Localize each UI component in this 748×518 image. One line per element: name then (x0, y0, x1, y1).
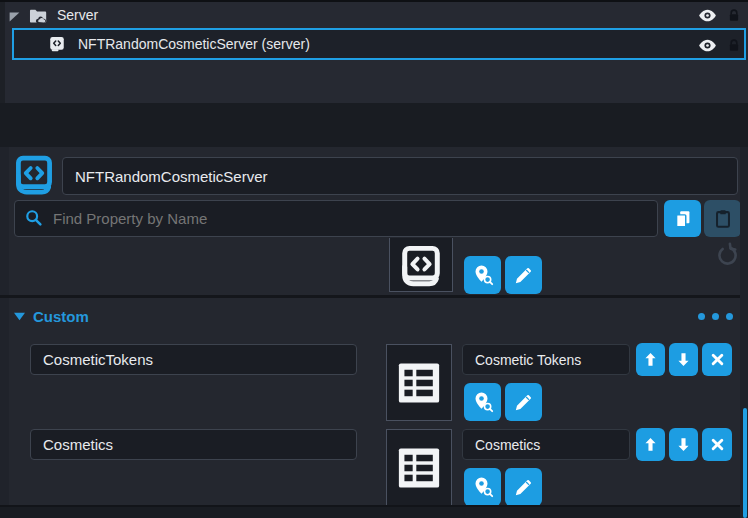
editor-window: Server (0, 0, 748, 518)
arrow-up-icon (641, 435, 660, 454)
hierarchy-row-server[interactable]: Server (0, 4, 748, 28)
lock-icon[interactable] (726, 7, 742, 24)
move-property-down-button[interactable] (669, 343, 698, 376)
delete-property-button[interactable] (702, 343, 732, 376)
custom-property-name-input[interactable] (30, 429, 357, 460)
hierarchy-row-selected-script[interactable]: NFTRandomCosmeticServer (server) (12, 28, 746, 60)
copy-properties-button[interactable] (664, 200, 701, 237)
tab-bar: Properties (0, 103, 748, 147)
script-scroll-icon-blue (12, 153, 56, 197)
find-references-button[interactable] (464, 256, 501, 294)
pencil-icon (512, 264, 535, 287)
property-search-row (9, 198, 740, 238)
clipboard-icon (712, 208, 734, 230)
close-x-icon (708, 350, 727, 369)
pin-search-icon (471, 475, 495, 499)
close-x-icon (708, 435, 727, 454)
find-references-button[interactable] (464, 468, 501, 506)
delete-property-button[interactable] (702, 428, 732, 461)
edit-script-button[interactable] (505, 256, 542, 294)
visibility-eye-icon[interactable] (697, 7, 718, 24)
expand-triangle-icon[interactable] (8, 10, 21, 23)
reset-property-button[interactable] (713, 242, 740, 269)
copy-icon (672, 208, 694, 230)
hierarchy-panel: Server (0, 0, 748, 103)
arrow-down-icon (674, 435, 693, 454)
scrollbar-thumb[interactable] (743, 408, 747, 518)
find-references-button[interactable] (464, 383, 501, 421)
lock-icon[interactable] (726, 37, 742, 54)
reset-arrow-icon (713, 242, 740, 269)
object-name-input[interactable] (62, 157, 738, 195)
custom-section-menu-icon[interactable] (698, 313, 733, 320)
data-table-icon (396, 360, 442, 406)
section-divider (0, 295, 748, 298)
pin-search-icon (471, 390, 495, 414)
visibility-eye-icon[interactable] (697, 37, 718, 54)
custom-property-display-name: Cosmetics (462, 429, 630, 460)
custom-section-collapse-icon[interactable] (13, 311, 26, 322)
table-asset-thumbnail[interactable] (386, 344, 452, 421)
move-property-up-button[interactable] (636, 428, 665, 461)
search-icon (24, 208, 44, 228)
move-property-down-button[interactable] (669, 428, 698, 461)
table-asset-thumbnail[interactable] (386, 429, 452, 506)
hierarchy-row-label: Server (57, 7, 98, 23)
server-folder-icon (28, 7, 48, 25)
edit-asset-button[interactable] (505, 383, 542, 421)
custom-property-name-input[interactable] (30, 344, 357, 375)
pencil-icon (512, 476, 535, 499)
paste-properties-button[interactable] (704, 200, 741, 237)
move-property-up-button[interactable] (636, 343, 665, 376)
custom-property-display-name: Cosmetic Tokens (462, 344, 630, 375)
script-scroll-icon (398, 243, 444, 289)
hierarchy-row-label: NFTRandomCosmeticServer (server) (78, 36, 310, 52)
edit-asset-button[interactable] (505, 468, 542, 506)
arrow-up-icon (641, 350, 660, 369)
script-icon (48, 35, 66, 53)
custom-section-label: Custom (33, 308, 89, 325)
properties-gutter (0, 147, 9, 518)
pencil-icon (512, 391, 535, 414)
pin-search-icon (471, 263, 495, 287)
panel-bottom-edge (0, 505, 748, 518)
property-search-input[interactable] (14, 200, 658, 237)
arrow-down-icon (674, 350, 693, 369)
data-table-icon (396, 445, 442, 491)
object-name-row (9, 147, 740, 198)
